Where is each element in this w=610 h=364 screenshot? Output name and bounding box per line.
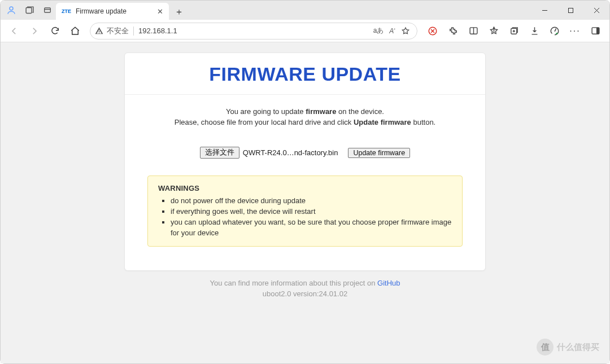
text-size-icon[interactable]: A›	[389, 27, 395, 35]
browser-window: ZTE Firmware update ✕ ＋	[0, 0, 610, 364]
translate-icon[interactable]: aあ	[373, 26, 384, 36]
address-bar[interactable]: 不安全 192.168.1.1 aあ A›	[90, 23, 417, 40]
warnings-box: WARNINGS do not power off the device dur…	[147, 176, 463, 247]
watermark-badge: 值	[537, 339, 554, 356]
split-screen-icon[interactable]	[464, 22, 483, 40]
warning-item: do not power off the device during updat…	[171, 196, 452, 207]
toolbar-right: ···	[423, 22, 605, 40]
more-icon[interactable]: ···	[565, 22, 585, 40]
svg-rect-1	[26, 7, 32, 13]
new-tab-button[interactable]: ＋	[171, 4, 187, 20]
address-bar-actions: aあ A›	[373, 26, 412, 36]
window-controls	[531, 1, 609, 20]
page-viewport: FIRMWARE UPDATE You are going to update …	[1, 42, 609, 363]
warning-icon	[95, 27, 103, 35]
blocked-icon[interactable]	[423, 22, 442, 40]
svg-rect-9	[596, 28, 599, 34]
title-bar: ZTE Firmware update ✕ ＋	[1, 1, 609, 20]
tab-close-icon[interactable]: ✕	[157, 7, 163, 16]
warnings-list: do not power off the device during updat…	[171, 196, 452, 238]
minimize-button[interactable]	[531, 1, 557, 20]
svg-point-0	[10, 7, 13, 10]
watermark: 值 什么值得买	[537, 339, 599, 356]
downloads-icon[interactable]	[525, 22, 544, 40]
favorites-icon[interactable]	[484, 22, 503, 40]
insecure-label: 不安全	[107, 26, 129, 36]
back-button[interactable]	[5, 22, 23, 40]
warning-item: you can upload whatever you want, so be …	[171, 217, 452, 239]
svg-point-7	[556, 33, 557, 34]
tab-title: Firmware update	[76, 7, 152, 15]
tab-overview-icon[interactable]	[42, 5, 53, 15]
insecure-warning: 不安全	[95, 26, 129, 36]
github-link[interactable]: GitHub	[377, 279, 400, 287]
update-firmware-button[interactable]: Update firmware	[348, 148, 410, 158]
page-footer: You can find more information about this…	[1, 279, 609, 298]
choose-file-button[interactable]: 选择文件	[200, 147, 239, 159]
intro-line-2: Please, choose file from your local hard…	[138, 118, 472, 126]
home-button[interactable]	[66, 22, 84, 40]
collections-icon[interactable]	[504, 22, 524, 40]
performance-icon[interactable]	[545, 22, 564, 40]
titlebar-left	[4, 1, 56, 20]
page-heading: FIRMWARE UPDATE	[125, 53, 485, 94]
favorite-icon[interactable]	[401, 27, 410, 36]
chosen-filename: QWRT-R24.0…nd-factory.bin	[243, 148, 338, 157]
url-text: 192.168.1.1	[138, 27, 369, 35]
file-row: 选择文件 QWRT-R24.0…nd-factory.bin Update fi…	[138, 147, 472, 159]
forward-button[interactable]	[25, 22, 43, 40]
tab-favicon: ZTE	[62, 8, 71, 14]
browser-toolbar: 不安全 192.168.1.1 aあ A›	[1, 20, 609, 42]
browser-tab[interactable]: ZTE Firmware update ✕	[56, 3, 169, 20]
svg-rect-2	[45, 8, 51, 12]
footer-version: uboot2.0 version:24.01.02	[1, 290, 609, 298]
warning-item: if everything goes well, the device will…	[171, 207, 452, 217]
footer-text: You can find more information about this…	[210, 279, 378, 287]
refresh-button[interactable]	[46, 22, 64, 40]
watermark-text: 什么值得买	[557, 342, 599, 353]
card-body: You are going to update firmware on the …	[125, 95, 485, 270]
close-window-button[interactable]	[583, 1, 609, 20]
intro-line-1: You are going to update firmware on the …	[138, 107, 472, 116]
profile-icon[interactable]	[6, 5, 16, 15]
firmware-card: FIRMWARE UPDATE You are going to update …	[124, 52, 486, 271]
svg-rect-3	[568, 8, 573, 12]
maximize-button[interactable]	[557, 1, 583, 20]
warnings-title: WARNINGS	[158, 184, 452, 192]
extensions-icon[interactable]	[443, 22, 463, 40]
copilot-sidebar-icon[interactable]	[586, 22, 605, 40]
address-separator	[133, 27, 134, 36]
workspaces-icon[interactable]	[24, 5, 34, 15]
